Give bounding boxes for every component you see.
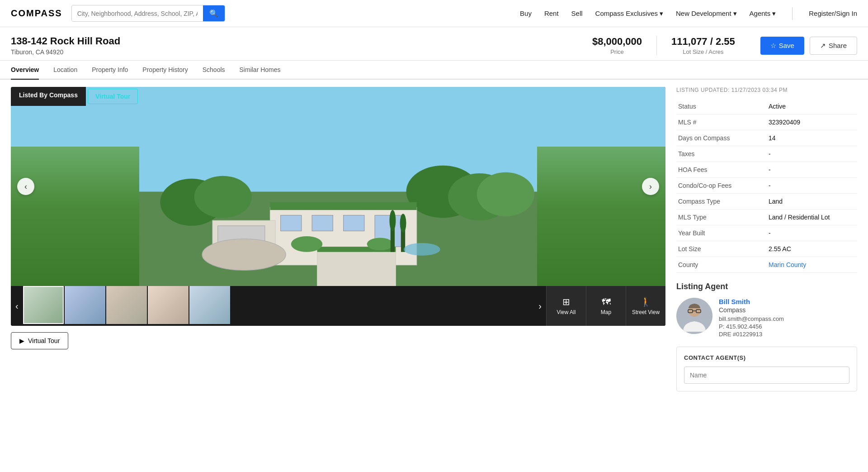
svg-rect-15	[317, 249, 396, 286]
info-key-compass-type: Compass Type	[676, 194, 767, 210]
table-row: Lot Size 2.55 AC	[676, 241, 857, 257]
tab-property-info[interactable]: Property Info	[92, 61, 128, 80]
save-button[interactable]: ☆ Save	[760, 37, 804, 55]
agent-company: Compass	[719, 306, 784, 314]
info-key-mls: MLS #	[676, 114, 767, 130]
share-icon: ↗	[820, 42, 826, 50]
tab-property-history[interactable]: Property History	[142, 61, 188, 80]
svg-point-24	[404, 243, 440, 256]
gallery-next-button[interactable]: ›	[642, 178, 659, 195]
agent-email: bill.smith@compass.com	[719, 315, 784, 322]
thumbnail-4[interactable]	[148, 286, 189, 324]
agent-photo	[676, 298, 712, 334]
table-row: County Marin County	[676, 257, 857, 273]
svg-point-21	[389, 210, 396, 231]
tab-similar-homes[interactable]: Similar Homes	[240, 61, 281, 80]
star-icon: ☆	[770, 42, 776, 50]
gallery-main-image: ‹ ›	[11, 87, 665, 286]
svg-point-18	[291, 236, 322, 252]
svg-point-3	[194, 176, 252, 218]
map-icon: 🗺	[602, 297, 611, 307]
thumbnail-1[interactable]	[23, 286, 64, 324]
property-illustration	[11, 87, 665, 286]
info-key-days: Days on Compass	[676, 130, 767, 146]
svg-point-17	[202, 239, 286, 270]
search-button[interactable]: 🔍	[203, 5, 225, 21]
table-row: Days on Compass 14	[676, 130, 857, 146]
thumbnail-5[interactable]	[189, 286, 230, 324]
chevron-down-icon: ▾	[772, 10, 776, 18]
left-column: Listed By Compass Virtual Tour	[11, 87, 665, 349]
svg-rect-9	[281, 215, 302, 231]
property-price-label: Price	[592, 48, 642, 55]
tab-location[interactable]: Location	[53, 61, 77, 80]
table-row: Compass Type Land	[676, 194, 857, 210]
thumbnails-prev-button[interactable]: ‹	[11, 286, 23, 326]
chevron-left-icon: ‹	[15, 301, 19, 311]
svg-rect-11	[344, 215, 364, 231]
virtual-tour-button[interactable]: ▶ Virtual Tour	[11, 332, 68, 349]
thumbnails-next-button[interactable]: ›	[534, 286, 546, 326]
info-value-status: Active	[767, 99, 857, 114]
info-value-mls-type: Land / Residential Lot	[767, 210, 857, 225]
contact-title: CONTACT AGENT(S)	[684, 354, 849, 361]
share-button[interactable]: ↗ Share	[810, 37, 857, 55]
search-input[interactable]	[72, 6, 203, 21]
info-key-status: Status	[676, 99, 767, 114]
agent-phone: P: 415.902.4456	[719, 323, 784, 330]
badge-virtual-tour[interactable]: Virtual Tour	[88, 89, 138, 104]
county-link[interactable]: Marin County	[769, 261, 806, 268]
chevron-down-icon: ▾	[733, 10, 737, 18]
thumbnail-3[interactable]	[106, 286, 147, 324]
street-view-button[interactable]: 🚶 Street View	[626, 286, 665, 326]
svg-point-19	[367, 238, 393, 250]
tab-overview[interactable]: Overview	[11, 61, 39, 80]
agent-dre: DRE #01229913	[719, 331, 784, 338]
register-sign-in-link[interactable]: Register/Sign In	[809, 10, 857, 17]
info-value-condo: -	[767, 178, 857, 194]
property-actions: ☆ Save ↗ Share	[760, 37, 857, 55]
property-header: 138-142 Rock Hill Road Tiburon, CA 94920…	[0, 27, 868, 61]
contact-name-input[interactable]	[684, 367, 849, 384]
nav-link-rent[interactable]: Rent	[544, 10, 559, 17]
badge-listed-by-compass: Listed By Compass	[11, 87, 86, 106]
nav-link-agents[interactable]: Agents ▾	[750, 10, 776, 18]
agent-name[interactable]: Bill Smith	[719, 298, 784, 305]
table-row: HOA Fees -	[676, 162, 857, 178]
map-button[interactable]: 🗺 Map	[586, 286, 626, 326]
gallery-prev-button[interactable]: ‹	[17, 178, 34, 195]
info-value-mls: 323920409	[767, 114, 857, 130]
listing-info-table: Status Active MLS # 323920409 Days on Co…	[676, 99, 857, 273]
view-all-button[interactable]: ⊞ View All	[546, 286, 586, 326]
nav-link-new-development[interactable]: New Development ▾	[676, 10, 737, 18]
info-value-compass-type: Land	[767, 194, 857, 210]
property-lot-block: 111,077 / 2.55 Lot Size / Acres	[657, 36, 750, 55]
main-content: Listed By Compass Virtual Tour	[0, 80, 868, 399]
nav-link-compass-exclusives[interactable]: Compass Exclusives ▾	[595, 10, 663, 18]
nav-divider	[792, 7, 793, 20]
property-price: $8,000,000	[592, 36, 642, 48]
right-column: LISTING UPDATED: 11/27/2023 03:34 PM Sta…	[676, 87, 857, 391]
info-key-taxes: Taxes	[676, 146, 767, 162]
info-value-taxes: -	[767, 146, 857, 162]
contact-section: CONTACT AGENT(S)	[676, 347, 857, 391]
table-row: MLS Type Land / Residential Lot	[676, 210, 857, 225]
svg-rect-10	[312, 215, 333, 231]
chevron-right-icon: ›	[649, 182, 652, 191]
nav-link-sell[interactable]: Sell	[571, 10, 583, 17]
gallery-badges: Listed By Compass Virtual Tour	[11, 87, 140, 106]
thumbnail-2[interactable]	[65, 286, 105, 324]
info-key-hoa: HOA Fees	[676, 162, 767, 178]
gallery-container: Listed By Compass Virtual Tour	[11, 87, 665, 326]
chevron-left-icon: ‹	[24, 182, 27, 191]
svg-point-23	[400, 214, 406, 233]
property-lot-label: Lot Size / Acres	[671, 48, 735, 55]
table-row: Year Built -	[676, 225, 857, 241]
chevron-down-icon: ▾	[660, 10, 663, 18]
agent-info: Bill Smith Compass bill.smith@compass.co…	[719, 298, 784, 338]
nav-link-buy[interactable]: Buy	[520, 10, 532, 17]
info-value-hoa: -	[767, 162, 857, 178]
table-row: MLS # 323920409	[676, 114, 857, 130]
tab-schools[interactable]: Schools	[203, 61, 225, 80]
property-tabs: Overview Location Property Info Property…	[0, 61, 868, 80]
